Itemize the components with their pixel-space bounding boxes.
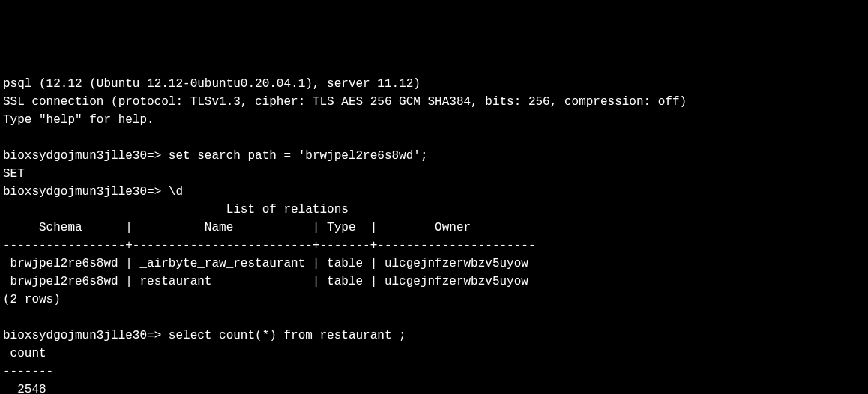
set-result: SET [3, 165, 865, 183]
count-value: 2548 [3, 381, 865, 394]
prompt-text: bioxsydgojmun3jlle30=> [3, 329, 169, 342]
command-line-1: bioxsydgojmun3jlle30=> set search_path =… [3, 147, 865, 165]
count-separator: ------- [3, 363, 865, 381]
command-text: select count(*) from restaurant ; [169, 329, 406, 342]
command-line-3: bioxsydgojmun3jlle30=> select count(*) f… [3, 327, 865, 345]
relations-header: Schema | Name | Type | Owner [3, 219, 865, 237]
blank-line [3, 129, 865, 147]
help-line: Type "help" for help. [3, 111, 865, 129]
ssl-line: SSL connection (protocol: TLSv1.3, ciphe… [3, 93, 865, 111]
table-row: brwjpel2re6s8wd | _airbyte_raw_restauran… [3, 255, 865, 273]
table-row: brwjpel2re6s8wd | restaurant | table | u… [3, 273, 865, 291]
command-text: \d [169, 185, 183, 198]
blank-line [3, 309, 865, 327]
relations-title: List of relations [3, 201, 865, 219]
version-line: psql (12.12 (Ubuntu 12.12-0ubuntu0.20.04… [3, 75, 865, 93]
relations-separator: -----------------+----------------------… [3, 237, 865, 255]
count-header: count [3, 345, 865, 363]
command-text: set search_path = 'brwjpel2re6s8wd'; [169, 149, 428, 163]
prompt-text: bioxsydgojmun3jlle30=> [3, 149, 169, 163]
relations-footer: (2 rows) [3, 291, 865, 309]
prompt-text: bioxsydgojmun3jlle30=> [3, 185, 169, 198]
command-line-2: bioxsydgojmun3jlle30=> \d [3, 183, 865, 201]
terminal-output[interactable]: psql (12.12 (Ubuntu 12.12-0ubuntu0.20.04… [3, 75, 865, 394]
